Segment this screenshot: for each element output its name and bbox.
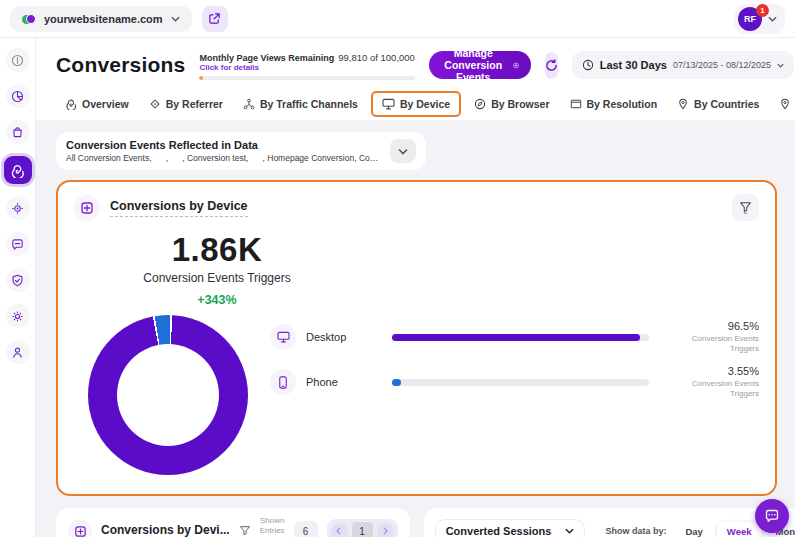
chevron-down-icon (398, 148, 408, 155)
device-label: Phone (306, 376, 392, 388)
filter-button[interactable] (732, 194, 759, 221)
device-monitor-icon (382, 98, 395, 110)
tab-overview[interactable]: Overview (56, 93, 138, 115)
card-title[interactable]: Conversions by Device (110, 199, 248, 217)
resolution-screen-icon (570, 98, 582, 110)
date-range-value: 07/13/2025 - 08/12/2025 (673, 60, 771, 70)
widget-icon (74, 195, 100, 221)
sidebar (0, 38, 36, 537)
manage-conversion-events-button[interactable]: Manage Conversion Events (429, 51, 531, 79)
phone-pct: 3.55% (667, 364, 759, 378)
date-range-label: Last 30 Days (600, 59, 667, 71)
events-bar-subtitle: All Conversion Events, , , Conversion te… (66, 153, 382, 163)
conversions-by-device-card: Conversions by Device 1.86K Conversion E… (56, 180, 777, 496)
phone-pct-sublabel: Conversion Events Triggers (667, 379, 759, 400)
table-filter-button[interactable] (239, 525, 251, 537)
total-conversions: 1.86K (102, 231, 332, 269)
date-range-picker[interactable]: Last 30 Days 07/13/2025 - 08/12/2025 (572, 51, 794, 79)
phone-icon (270, 369, 296, 395)
device-row-phone[interactable]: Phone 3.55% Conversion Events Triggers (270, 362, 759, 402)
shield-check-icon[interactable] (6, 268, 30, 292)
option-week[interactable]: Week (717, 522, 762, 537)
device-breakdown: Desktop 96.5% Conversion Events Triggers… (270, 315, 759, 475)
location-person-icon[interactable] (6, 340, 30, 364)
page-title: Conversions (56, 53, 185, 77)
chevron-down-icon (565, 528, 574, 534)
pageviews-widget: Monthly Page Views Remaining 99,810 of 1… (199, 50, 414, 80)
browser-compass-icon (474, 98, 486, 110)
refresh-icon (545, 59, 558, 72)
chevron-down-icon (777, 63, 784, 68)
shown-entries-label: Shown Entries (260, 516, 285, 536)
pageviews-progressbar (199, 76, 414, 80)
tab-by-cities[interactable]: By Cities (770, 93, 795, 115)
sessions-chart-card: Converted Sessions Show data by: Day Wee… (424, 508, 795, 537)
notification-badge: 1 (756, 4, 769, 17)
pageviews-label: Monthly Page Views Remaining (199, 53, 334, 63)
pagination: 1 (327, 519, 398, 537)
phone-bar (392, 379, 649, 386)
page-size-select[interactable]: 6 (294, 521, 318, 537)
tab-by-resolution[interactable]: By Resolution (561, 93, 667, 115)
chevron-down-icon (768, 16, 777, 22)
tab-by-traffic-channels[interactable]: By Traffic Channels (234, 93, 367, 115)
settings-gear-icon[interactable] (6, 304, 30, 328)
plus-circle-icon (513, 59, 519, 72)
prev-page-button[interactable] (331, 523, 348, 537)
traffic-nodes-icon (243, 98, 255, 110)
device-row-desktop[interactable]: Desktop 96.5% Conversion Events Triggers (270, 317, 759, 357)
chevron-down-icon (171, 16, 180, 22)
desktop-bar (392, 334, 649, 341)
topbar: yourwebsitename.com RF 1 (0, 0, 795, 38)
overview-spiral-icon (65, 98, 77, 110)
table-card-title[interactable]: Conversions by Devi... (101, 523, 230, 537)
chat-bubble-icon[interactable] (6, 232, 30, 256)
sidebar-toggle-icon[interactable] (6, 48, 30, 72)
tab-by-browser[interactable]: By Browser (465, 93, 558, 115)
pageviews-details-link[interactable]: Click for details (199, 63, 414, 72)
events-bar-expand-button[interactable] (390, 139, 416, 163)
delta-badge: +343% (102, 293, 332, 307)
shopping-bag-icon[interactable] (6, 120, 30, 144)
clock-icon (582, 59, 594, 71)
show-data-by-label: Show data by: (605, 526, 666, 536)
chat-support-button[interactable] (755, 499, 789, 533)
conversions-spiral-icon[interactable] (4, 156, 32, 184)
page-header: Conversions Monthly Page Views Remaining… (36, 38, 795, 120)
avatar: RF 1 (738, 7, 762, 31)
tabs-row: Overview By Referrer By Traffic Channels… (56, 88, 777, 120)
arrow-right-icon (381, 527, 389, 535)
metric-dropdown[interactable]: Converted Sessions (436, 520, 585, 537)
conversion-events-bar: Conversion Events Reflected in Data All … (56, 132, 426, 170)
filter-funnel-icon (739, 201, 752, 214)
desktop-icon (270, 324, 296, 350)
tab-by-referrer[interactable]: By Referrer (140, 93, 232, 115)
user-menu[interactable]: RF 1 (734, 4, 785, 34)
pie-chart-icon[interactable] (6, 84, 30, 108)
chat-icon (764, 508, 780, 524)
site-favicon-icon (22, 12, 36, 26)
target-gear-icon[interactable] (6, 196, 30, 220)
desktop-pct: 96.5% (667, 319, 759, 333)
total-label: Conversion Events Triggers (102, 271, 332, 285)
next-page-button[interactable] (377, 523, 394, 537)
refresh-button[interactable] (545, 52, 558, 79)
tab-by-countries[interactable]: By Countries (668, 93, 768, 115)
site-domain: yourwebsitename.com (44, 13, 163, 25)
external-link-icon (208, 12, 221, 25)
option-day[interactable]: Day (675, 522, 712, 537)
open-website-button[interactable] (202, 6, 228, 32)
events-bar-title: Conversion Events Reflected in Data (66, 139, 382, 151)
conversions-table-card: Conversions by Devi... Shown Entries 1-2… (56, 508, 410, 537)
pageviews-value: 99,810 of 100,000 (338, 52, 415, 63)
website-selector[interactable]: yourwebsitename.com (10, 6, 192, 32)
tab-by-device[interactable]: By Device (373, 93, 459, 115)
device-label: Desktop (306, 331, 392, 343)
avatar-initials: RF (744, 14, 756, 24)
arrow-left-icon (335, 527, 343, 535)
widget-icon (68, 519, 92, 537)
cities-pin-icon (779, 98, 791, 110)
device-donut-chart[interactable] (88, 315, 248, 475)
current-page[interactable]: 1 (352, 522, 373, 537)
referrer-diamond-icon (149, 98, 161, 110)
